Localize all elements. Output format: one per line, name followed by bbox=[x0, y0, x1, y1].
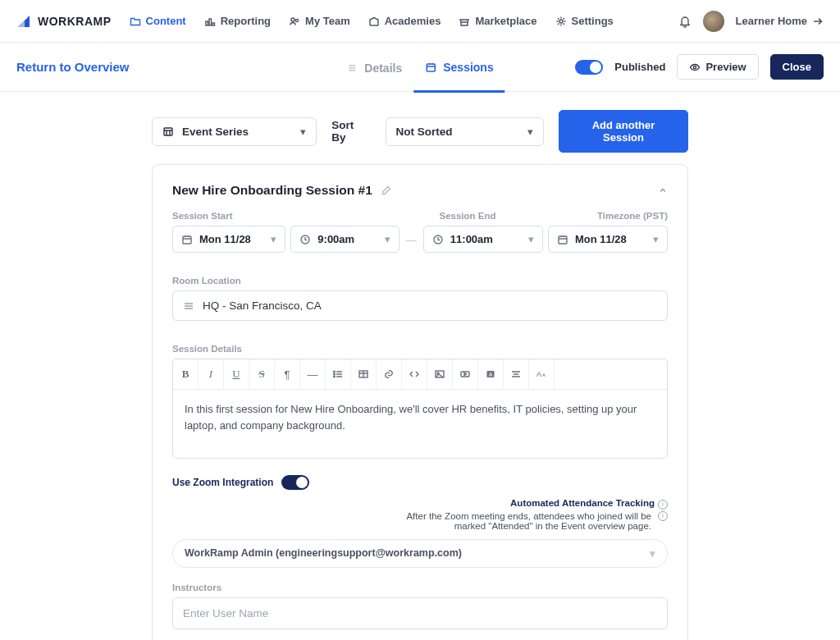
user-area: Learner Home bbox=[678, 11, 824, 32]
image-icon[interactable] bbox=[427, 359, 453, 389]
info-icon[interactable]: i bbox=[658, 500, 668, 510]
subbar-right: Published Preview Close bbox=[575, 54, 824, 80]
zoom-admin-select[interactable]: WorkRamp Admin (engineeringsupport@workr… bbox=[172, 539, 668, 568]
align-icon[interactable] bbox=[504, 359, 529, 389]
instructors-input[interactable]: Enter User Name bbox=[172, 597, 668, 629]
nav-marketplace[interactable]: Marketplace bbox=[450, 10, 545, 32]
zoom-admin-value: WorkRamp Admin (engineeringsupport@workr… bbox=[185, 547, 462, 559]
start-date-value: Mon 11/28 bbox=[199, 233, 251, 245]
nav-label: Reporting bbox=[221, 15, 271, 27]
nav-settings[interactable]: Settings bbox=[547, 10, 622, 32]
calendar-grid-icon bbox=[162, 126, 174, 137]
svg-point-17 bbox=[334, 376, 336, 377]
sub-tabs: Details Sessions bbox=[335, 54, 504, 80]
learner-home-link[interactable]: Learner Home bbox=[736, 15, 824, 27]
tab-details[interactable]: Details bbox=[335, 54, 413, 93]
published-toggle[interactable] bbox=[575, 60, 603, 75]
calendar-icon bbox=[557, 234, 568, 245]
rte-body[interactable]: In this first session for New Hire Onboa… bbox=[173, 390, 667, 458]
nav-content[interactable]: Content bbox=[121, 10, 194, 32]
caret-down-icon: ▾ bbox=[271, 233, 276, 245]
svg-point-16 bbox=[334, 373, 336, 375]
room-section: Room Location HQ - San Francisco, CA bbox=[172, 276, 668, 321]
session-start-label: Session Start bbox=[172, 211, 233, 221]
pencil-icon[interactable] bbox=[381, 185, 392, 196]
video-icon[interactable] bbox=[453, 359, 478, 389]
link-icon[interactable] bbox=[377, 359, 402, 389]
svg-rect-2 bbox=[206, 21, 208, 25]
collapse-icon[interactable] bbox=[658, 185, 668, 195]
caret-down-icon: ▾ bbox=[300, 126, 306, 138]
nav-academies[interactable]: Academies bbox=[360, 10, 450, 32]
start-time-input[interactable]: 9:00am ▾ bbox=[290, 226, 399, 253]
italic-icon[interactable]: I bbox=[199, 359, 224, 389]
details-text: In this first session for New Hire Onboa… bbox=[185, 403, 637, 432]
auto-track-body: After the Zoom meeting ends, attendees w… bbox=[405, 511, 651, 531]
sort-select[interactable]: Not Sorted ▾ bbox=[386, 117, 544, 146]
start-date-input[interactable]: Mon 11/28 ▾ bbox=[172, 226, 285, 253]
published-label: Published bbox=[614, 61, 665, 73]
gear-icon bbox=[555, 16, 567, 27]
return-to-overview-link[interactable]: Return to Overview bbox=[16, 60, 130, 74]
lines-icon bbox=[183, 300, 194, 312]
room-location-input[interactable]: HQ - San Francisco, CA bbox=[172, 290, 668, 321]
session-title: New Hire Onboarding Session #1 bbox=[172, 183, 372, 198]
bold-icon[interactable]: B bbox=[173, 359, 199, 389]
end-time-input[interactable]: 11:00am ▾ bbox=[423, 226, 543, 253]
svg-rect-14 bbox=[559, 236, 567, 244]
nav-label: My Team bbox=[305, 15, 350, 27]
end-date-input[interactable]: Mon 11/28 ▾ bbox=[548, 226, 668, 253]
svg-text:A: A bbox=[536, 370, 541, 378]
nav-myteam[interactable]: My Team bbox=[281, 10, 358, 32]
end-time-value: 11:00am bbox=[450, 233, 493, 245]
text-size-icon[interactable]: AA bbox=[529, 359, 555, 389]
code-icon[interactable] bbox=[402, 359, 427, 389]
tab-sessions[interactable]: Sessions bbox=[413, 54, 504, 93]
end-date-value: Mon 11/28 bbox=[575, 233, 627, 245]
underline-icon[interactable]: U bbox=[224, 359, 249, 389]
select-text: Not Sorted bbox=[396, 126, 453, 138]
svg-rect-3 bbox=[209, 19, 212, 25]
avatar[interactable] bbox=[703, 11, 724, 32]
table-icon[interactable] bbox=[351, 359, 377, 389]
list-icon[interactable] bbox=[326, 359, 351, 389]
hr-icon[interactable]: — bbox=[300, 359, 326, 389]
svg-text:A: A bbox=[489, 372, 493, 377]
caret-down-icon: ▾ bbox=[650, 547, 655, 560]
paragraph-icon[interactable]: ¶ bbox=[275, 359, 300, 389]
clock-icon bbox=[432, 234, 444, 245]
start-time-value: 9:00am bbox=[317, 233, 354, 245]
session-details-label: Session Details bbox=[172, 344, 668, 354]
svg-point-15 bbox=[334, 371, 336, 373]
svg-marker-1 bbox=[18, 21, 25, 27]
close-button[interactable]: Close bbox=[770, 54, 824, 80]
calendar-icon bbox=[181, 234, 193, 245]
preview-button[interactable]: Preview bbox=[677, 54, 758, 80]
tab-label: Details bbox=[364, 62, 402, 75]
eye-icon bbox=[689, 62, 701, 73]
zoom-row: Use Zoom Integration bbox=[172, 475, 668, 490]
rte-toolbar: B I U S ¶ — A AA bbox=[173, 359, 667, 390]
svg-point-9 bbox=[694, 66, 696, 68]
instructors-label: Instructors bbox=[172, 583, 668, 592]
add-session-button[interactable]: Add another Session bbox=[559, 110, 688, 153]
zoom-integration-label: Use Zoom Integration bbox=[172, 477, 273, 488]
font-block-icon[interactable]: A bbox=[478, 359, 504, 389]
zoom-toggle[interactable] bbox=[281, 475, 309, 490]
datetime-row: Mon 11/28 ▾ 9:00am ▾ — 11:00am ▾ Mon 11/… bbox=[172, 226, 668, 253]
nav-reporting[interactable]: Reporting bbox=[196, 10, 279, 32]
nav-label: Content bbox=[146, 15, 186, 27]
session-end-label: Session End bbox=[440, 211, 496, 221]
select-text: Event Series bbox=[182, 126, 249, 138]
event-series-select[interactable]: Event Series ▾ bbox=[152, 117, 317, 146]
auto-track-header: Automated Attendance Tracking bbox=[510, 498, 655, 508]
building-icon bbox=[368, 16, 380, 27]
strikethrough-icon[interactable]: S bbox=[249, 359, 275, 389]
room-location-label: Room Location bbox=[172, 276, 668, 286]
bell-icon[interactable] bbox=[678, 15, 692, 28]
svg-rect-11 bbox=[183, 236, 191, 244]
caret-down-icon: ▾ bbox=[528, 233, 534, 245]
svg-rect-8 bbox=[427, 64, 435, 71]
info-icon[interactable]: i bbox=[658, 511, 668, 521]
folder-icon bbox=[130, 16, 141, 27]
